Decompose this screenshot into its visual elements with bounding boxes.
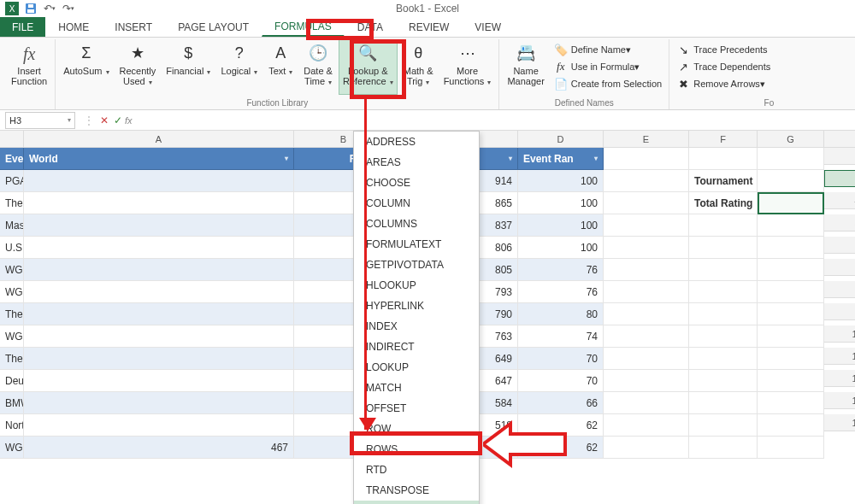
cell-b[interactable] — [24, 303, 294, 325]
side-label[interactable] — [689, 414, 758, 437]
column-header[interactable]: D — [518, 131, 604, 148]
use-in-formula-button[interactable]: fx Use in Formula ▾ — [551, 58, 665, 75]
table-header-event[interactable]: Event▾ — [0, 148, 24, 170]
menu-item-hyperlink[interactable]: HYPERLINK — [354, 296, 479, 316]
more-button[interactable]: ⋯MoreFunctions ▾ — [439, 39, 496, 95]
row-header[interactable]: 4 — [824, 192, 855, 209]
menu-item-columns[interactable]: COLUMNS — [354, 214, 479, 234]
cell-rank[interactable]: 66 — [518, 392, 604, 414]
menu-item-index[interactable]: INDEX — [354, 316, 479, 337]
side-label[interactable] — [689, 325, 758, 348]
financial-button[interactable]: $Financial ▾ — [162, 39, 215, 95]
formula-input[interactable] — [136, 114, 855, 127]
cell[interactable] — [604, 259, 689, 281]
row-header[interactable]: 8 — [824, 281, 855, 298]
side-label[interactable] — [689, 259, 758, 281]
cell-event[interactable]: The Barclays — [0, 348, 24, 370]
trace-dependents-button[interactable]: ↗ Trace Dependents — [673, 58, 774, 75]
cell[interactable] — [758, 303, 824, 325]
cell[interactable] — [758, 237, 824, 259]
side-label[interactable] — [689, 214, 758, 237]
text-button[interactable]: AText ▾ — [263, 39, 298, 95]
cell[interactable] — [604, 148, 689, 170]
cell-rank[interactable]: 74 — [518, 325, 604, 348]
cell[interactable] — [604, 170, 689, 192]
cell[interactable] — [758, 148, 824, 170]
menu-item-vlookup[interactable]: VLOOKUP — [354, 501, 479, 504]
cell-rank[interactable]: 70 — [518, 370, 604, 392]
cell-b[interactable] — [24, 392, 294, 414]
logical-button[interactable]: ?Logical ▾ — [216, 39, 262, 95]
side-label[interactable]: Tournament — [689, 170, 758, 192]
cell-b[interactable] — [24, 370, 294, 392]
cell-rank[interactable]: 100 — [518, 214, 604, 237]
cell-event[interactable]: U.S. Open — [0, 237, 24, 259]
cell[interactable] — [758, 192, 824, 214]
insert-function-button[interactable]: fx Insert Function — [7, 39, 51, 95]
fx-icon[interactable]: fx — [125, 115, 133, 126]
cancel-icon[interactable]: ✕ — [97, 114, 111, 126]
create-from-selection-button[interactable]: 📄 Create from Selection — [551, 75, 665, 92]
cell-event[interactable]: The Players Championship — [0, 303, 24, 325]
select-all-button[interactable] — [0, 131, 24, 148]
menu-item-indirect[interactable]: INDIRECT — [354, 337, 479, 357]
datetime-button[interactable]: 🕒Date &Time ▾ — [299, 39, 337, 95]
name-manager-button[interactable]: 📇 Name Manager — [503, 39, 548, 95]
cell-rank[interactable]: 76 — [518, 281, 604, 303]
cell-event[interactable]: WGC-Accenture Match Play Championship — [0, 281, 24, 303]
cell[interactable] — [604, 281, 689, 303]
row-header[interactable]: 6 — [824, 237, 855, 254]
cell-b[interactable] — [24, 414, 294, 437]
menu-item-hlookup[interactable]: HLOOKUP — [354, 275, 479, 296]
cell-rank[interactable]: 100 — [518, 192, 604, 214]
row-header[interactable]: 5 — [824, 214, 855, 231]
menu-item-lookup[interactable]: LOOKUP — [354, 357, 479, 378]
cell-event[interactable]: Deutsche Bank Championship — [0, 370, 24, 392]
menu-item-getpivotdata[interactable]: GETPIVOTDATA — [354, 255, 479, 275]
cell-b[interactable] — [24, 325, 294, 348]
cell[interactable] — [604, 414, 689, 437]
cell[interactable] — [604, 303, 689, 325]
cell-rank[interactable]: 80 — [518, 303, 604, 325]
side-label[interactable] — [689, 281, 758, 303]
cell[interactable] — [604, 392, 689, 414]
row-header[interactable]: 2 — [824, 148, 855, 165]
cell-b[interactable] — [24, 348, 294, 370]
autosum-button[interactable]: ΣAutoSum ▾ — [59, 39, 113, 95]
tab-data[interactable]: DATA — [345, 17, 396, 37]
cell[interactable] — [604, 237, 689, 259]
cell-b[interactable]: 467 — [24, 437, 294, 459]
cell-rank[interactable]: 100 — [518, 237, 604, 259]
define-name-button[interactable]: 🏷️ Define Name ▾ — [551, 41, 665, 58]
column-header[interactable]: G — [758, 131, 824, 148]
enter-icon[interactable]: ✓ — [111, 114, 125, 126]
lookup-button[interactable]: 🔍Lookup &Reference ▾ — [339, 39, 398, 95]
side-label[interactable] — [689, 392, 758, 414]
row-header[interactable]: 11 — [824, 348, 855, 365]
menu-item-offset[interactable]: OFFSET — [354, 398, 479, 419]
menu-item-choose[interactable]: CHOOSE — [354, 173, 479, 193]
cell[interactable] — [758, 259, 824, 281]
cell[interactable] — [758, 348, 824, 370]
side-label[interactable] — [689, 437, 758, 459]
cell-event[interactable]: WGC-Bridgestone Invitational — [0, 259, 24, 281]
save-icon[interactable] — [24, 2, 38, 15]
menu-item-rows[interactable]: ROWS — [354, 439, 479, 460]
cell-b[interactable] — [24, 192, 294, 214]
cell[interactable] — [758, 325, 824, 348]
menu-item-areas[interactable]: AREAS — [354, 152, 479, 173]
cell[interactable] — [604, 192, 689, 214]
side-label[interactable] — [689, 303, 758, 325]
cell-event[interactable]: BMW Championship — [0, 392, 24, 414]
cell-event[interactable]: The Open Championship (British Open) — [0, 192, 24, 214]
cell[interactable] — [758, 370, 824, 392]
cell[interactable] — [758, 414, 824, 437]
cell-event[interactable]: Masters Tournament — [0, 214, 24, 237]
cell-rank[interactable]: 70 — [518, 348, 604, 370]
row-header[interactable]: 7 — [824, 259, 855, 276]
cell-event[interactable]: PGA Championship — [0, 170, 24, 192]
row-header[interactable]: 13 — [824, 392, 855, 409]
mathtrig-button[interactable]: θMath &Trig ▾ — [399, 39, 438, 95]
row-header[interactable]: 12 — [824, 370, 855, 387]
table-header-world[interactable]: World▾ — [24, 148, 294, 170]
